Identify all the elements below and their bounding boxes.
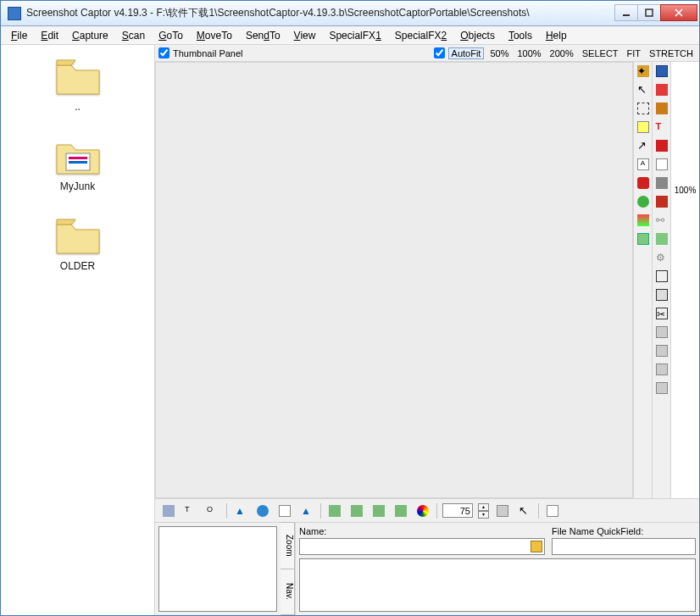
menu-goto[interactable]: GoTo bbox=[153, 28, 188, 43]
menu-file[interactable]: File bbox=[6, 28, 32, 43]
svg-rect-6 bbox=[69, 161, 87, 164]
quickfield-input[interactable] bbox=[552, 538, 696, 555]
menu-sendto[interactable]: SendTo bbox=[241, 28, 286, 43]
zoom-readout: 100% bbox=[675, 186, 697, 195]
menu-bar: File Edit Capture Scan GoTo MoveTo SendT… bbox=[1, 26, 699, 45]
name-label: Name: bbox=[299, 526, 545, 536]
crop3-icon[interactable] bbox=[370, 502, 387, 519]
new-doc-icon[interactable] bbox=[544, 502, 561, 519]
menu-edit[interactable]: Edit bbox=[36, 28, 64, 43]
name-input[interactable] bbox=[299, 538, 545, 555]
highlight-icon[interactable] bbox=[636, 119, 651, 135]
panel4-icon[interactable] bbox=[654, 380, 669, 396]
autofit-label[interactable]: AutoFit bbox=[448, 47, 485, 59]
maximize-icon[interactable] bbox=[654, 287, 669, 302]
folder-icon bbox=[54, 136, 102, 177]
apply-icon[interactable] bbox=[494, 502, 511, 519]
canvas-row: ✦ ↖ ↗ A T bbox=[155, 62, 699, 498]
menu-tools[interactable]: Tools bbox=[503, 28, 537, 43]
text1-icon[interactable]: T bbox=[182, 502, 199, 519]
opacity-input[interactable] bbox=[442, 503, 473, 518]
remove-icon[interactable] bbox=[654, 138, 669, 153]
navigator-box[interactable] bbox=[158, 526, 277, 612]
flip-icon[interactable]: ▲ bbox=[298, 502, 315, 519]
wand-icon[interactable]: ✦ bbox=[636, 64, 651, 79]
zoom-stretch[interactable]: STRETCH bbox=[647, 48, 696, 58]
autofit-checkbox[interactable] bbox=[434, 47, 445, 58]
svg-rect-1 bbox=[646, 9, 653, 16]
side-tabs: Zoom Nav. bbox=[281, 523, 296, 615]
zoom-50[interactable]: 50% bbox=[487, 48, 511, 58]
zoom-fit[interactable]: FIT bbox=[625, 48, 644, 58]
copy-star-icon[interactable] bbox=[654, 82, 669, 97]
globe-icon[interactable] bbox=[254, 502, 271, 519]
tab-nav[interactable]: Nav. bbox=[281, 569, 295, 616]
title-bar[interactable]: Screenshot Captor v4.19.3 - F:\软件下载1\Scr… bbox=[1, 1, 699, 26]
zoom-100[interactable]: 100% bbox=[514, 48, 543, 58]
folder-icon bbox=[54, 57, 102, 97]
zoom-select[interactable]: SELECT bbox=[580, 48, 621, 58]
text-frame-icon[interactable]: A bbox=[636, 157, 651, 172]
link-icon[interactable]: ⚯ bbox=[654, 213, 669, 228]
color-icon[interactable] bbox=[636, 213, 651, 228]
maximize-button[interactable] bbox=[637, 4, 661, 21]
edit-pencil-icon[interactable] bbox=[654, 101, 669, 116]
thumbnail-checkbox[interactable] bbox=[158, 47, 169, 58]
selection-icon[interactable] bbox=[636, 101, 651, 116]
text-tool-icon[interactable]: T bbox=[654, 119, 669, 135]
crop-icon[interactable]: ✂ bbox=[654, 306, 669, 321]
cursor-pick-icon[interactable]: ↖ bbox=[516, 502, 533, 519]
shapes-icon[interactable] bbox=[636, 194, 651, 209]
panel1-icon[interactable] bbox=[654, 325, 669, 340]
fit-icon[interactable] bbox=[654, 269, 669, 284]
folder-item-myjunk[interactable]: MyJunk bbox=[1, 130, 154, 209]
arrow-icon[interactable]: ↗ bbox=[636, 138, 651, 153]
menu-specialfx1[interactable]: SpecialFX1 bbox=[324, 28, 386, 43]
menu-scan[interactable]: Scan bbox=[117, 28, 150, 43]
image-export-icon[interactable] bbox=[654, 231, 669, 247]
rotate-icon[interactable]: ▲ bbox=[232, 502, 249, 519]
menu-view[interactable]: View bbox=[289, 28, 321, 43]
gear-icon[interactable]: ⚙ bbox=[654, 250, 669, 265]
save-icon[interactable] bbox=[654, 64, 669, 79]
tool-palette-left: ✦ ↖ ↗ A bbox=[633, 62, 652, 498]
svg-rect-5 bbox=[69, 157, 87, 159]
tab-zoom[interactable]: Zoom bbox=[281, 522, 295, 569]
print-icon[interactable] bbox=[654, 175, 669, 191]
notes-textarea[interactable] bbox=[299, 558, 696, 612]
panel2-icon[interactable] bbox=[654, 343, 669, 358]
zoom-200[interactable]: 200% bbox=[547, 48, 576, 58]
panel3-icon[interactable] bbox=[654, 362, 669, 377]
scanner-icon[interactable] bbox=[160, 502, 177, 519]
rainbow-icon[interactable] bbox=[414, 502, 431, 519]
zoom-ruler-panel: 100% bbox=[670, 62, 699, 498]
toolbox-icon[interactable] bbox=[654, 194, 669, 209]
doc-icon[interactable] bbox=[276, 502, 293, 519]
menu-specialfx2[interactable]: SpecialFX2 bbox=[390, 28, 452, 43]
crop4-icon[interactable] bbox=[392, 502, 409, 519]
folder-label: .. bbox=[1, 101, 154, 113]
sheet-icon[interactable] bbox=[654, 157, 669, 172]
folder-item-parent[interactable]: .. bbox=[1, 50, 154, 130]
menu-objects[interactable]: Objects bbox=[455, 28, 500, 43]
menu-capture[interactable]: Capture bbox=[67, 28, 114, 43]
menu-help[interactable]: Help bbox=[541, 28, 572, 43]
menu-moveto[interactable]: MoveTo bbox=[192, 28, 237, 43]
folder-sidebar[interactable]: .. MyJunk OLDER bbox=[1, 45, 155, 615]
text2-icon[interactable]: O bbox=[204, 502, 221, 519]
canvas[interactable] bbox=[155, 62, 633, 498]
main-area: .. MyJunk OLDER Thumbnail Panel AutoFit … bbox=[1, 45, 699, 615]
content-area: Thumbnail Panel AutoFit 50% 100% 200% SE… bbox=[155, 45, 699, 615]
opacity-spinner[interactable]: ▴▾ bbox=[478, 503, 489, 518]
crop1-icon[interactable] bbox=[326, 502, 343, 519]
cursor-icon[interactable]: ↖ bbox=[636, 82, 651, 97]
crop2-icon[interactable] bbox=[348, 502, 365, 519]
image-icon[interactable] bbox=[636, 231, 651, 247]
folder-label: MyJunk bbox=[1, 180, 154, 192]
svg-rect-0 bbox=[623, 14, 630, 16]
close-button[interactable] bbox=[660, 4, 697, 21]
folder-item-older[interactable]: OLDER bbox=[1, 209, 154, 289]
brush-icon[interactable] bbox=[636, 175, 651, 191]
minimize-button[interactable] bbox=[614, 4, 638, 21]
name-edit-icon[interactable] bbox=[531, 541, 542, 552]
